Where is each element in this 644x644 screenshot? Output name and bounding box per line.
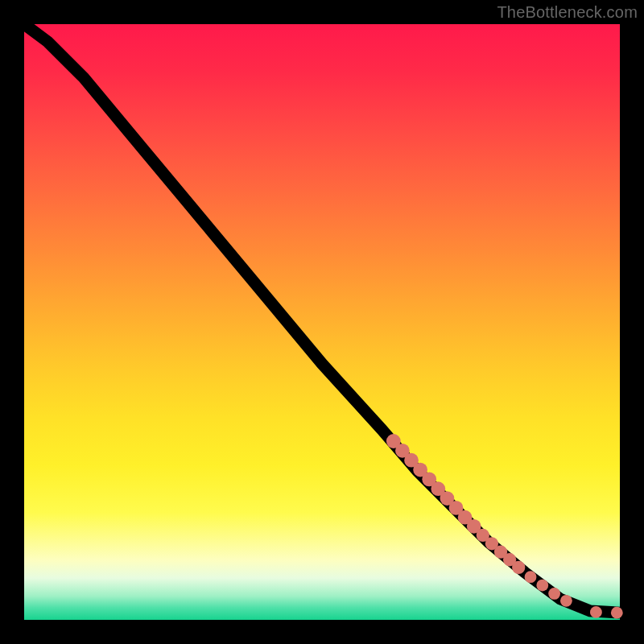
data-marker bbox=[548, 588, 560, 600]
plot-area bbox=[24, 24, 620, 620]
curve-line bbox=[24, 24, 620, 613]
data-marker bbox=[590, 606, 602, 618]
data-marker bbox=[512, 561, 525, 574]
data-marker bbox=[560, 595, 572, 607]
data-marker bbox=[611, 607, 623, 619]
marker-group bbox=[386, 434, 623, 618]
watermark-text: TheBottleneck.com bbox=[497, 3, 638, 22]
chart-overlay bbox=[24, 24, 620, 620]
data-marker bbox=[525, 571, 537, 583]
chart-stage: TheBottleneck.com bbox=[0, 0, 644, 644]
data-marker bbox=[536, 580, 548, 592]
